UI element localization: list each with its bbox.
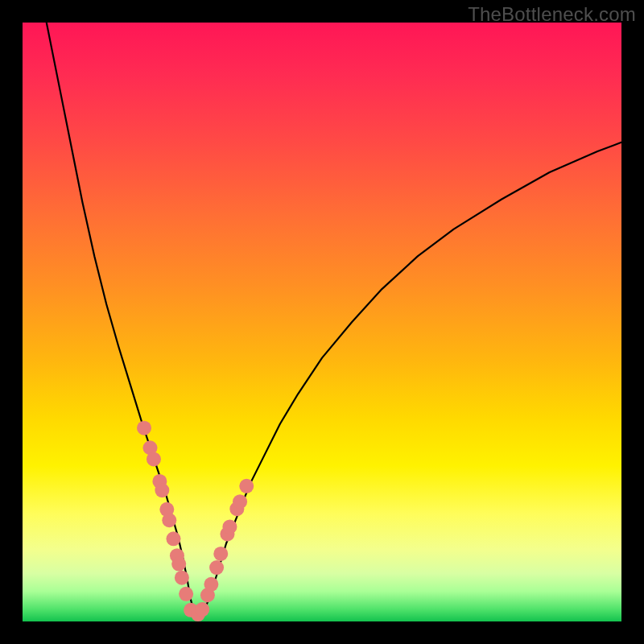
marker-dot [137, 421, 151, 436]
marker-dot [147, 452, 161, 466]
marker-dot [166, 531, 180, 546]
marker-dot [171, 557, 186, 572]
chart-svg [23, 23, 621, 621]
marker-dot [162, 513, 176, 527]
marker-dot [239, 479, 254, 493]
watermark-text: TheBottleneck.com [468, 3, 636, 26]
marker-dot [213, 547, 228, 561]
chart-frame: TheBottleneck.com [0, 0, 644, 644]
marker-dot [175, 571, 189, 585]
marker-dot [195, 602, 209, 617]
marker-dot [204, 577, 218, 592]
bottleneck-curve [47, 23, 621, 616]
chart-plot-area [23, 23, 621, 621]
marker-dot [179, 587, 193, 601]
marker-dot [155, 483, 169, 497]
marker-dot [209, 560, 224, 575]
curve-markers [137, 421, 254, 621]
marker-dot [233, 494, 247, 509]
marker-dot [222, 519, 237, 534]
